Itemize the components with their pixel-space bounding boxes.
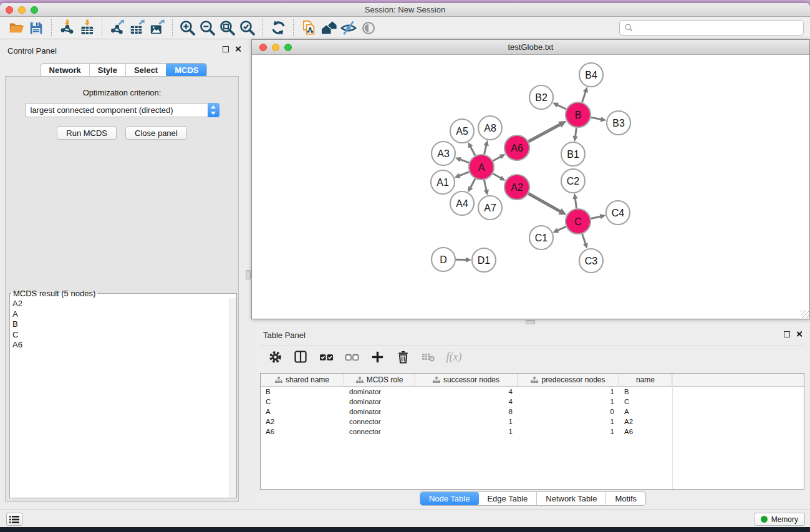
graph-node-C3[interactable]: C3 — [579, 249, 603, 273]
show-all-button[interactable] — [359, 19, 378, 37]
result-item[interactable]: A2 — [12, 299, 236, 309]
memory-button[interactable]: Memory — [754, 513, 805, 526]
graph-node-A1[interactable]: A1 — [431, 170, 455, 194]
table-row[interactable]: Adominator80A — [261, 407, 804, 417]
graph-node-A6[interactable]: A6 — [504, 135, 529, 160]
table-row[interactable]: Bdominator41B — [261, 387, 804, 397]
graph-node-B4[interactable]: B4 — [579, 63, 603, 87]
close-table-panel-icon[interactable] — [796, 331, 803, 337]
zoom-window-button[interactable] — [31, 6, 38, 14]
zoom-network-window-button[interactable] — [284, 44, 292, 51]
tab-mcds[interactable]: MCDS — [166, 63, 207, 77]
cell-successor-nodes[interactable]: 8 — [415, 407, 518, 417]
delete-table-button[interactable] — [420, 347, 437, 366]
graph-edge-A-A7[interactable] — [484, 180, 486, 191]
graph-node-B[interactable]: B — [566, 102, 591, 127]
refresh-button[interactable] — [268, 19, 288, 37]
cell-predecessor-nodes[interactable]: 1 — [518, 387, 619, 397]
result-scrollbar[interactable] — [229, 298, 236, 498]
run-mcds-button[interactable]: Run MCDS — [57, 126, 117, 140]
tab-node-table[interactable]: Node Table — [420, 491, 480, 506]
graph-node-B1[interactable]: B1 — [561, 142, 585, 166]
cell-successor-nodes[interactable]: 4 — [415, 397, 518, 407]
vertical-splitter-handle[interactable] — [246, 270, 251, 279]
close-window-button[interactable] — [6, 6, 13, 14]
export-image-button[interactable] — [147, 19, 167, 37]
float-table-panel-icon[interactable] — [784, 331, 790, 337]
close-network-window-button[interactable] — [259, 44, 267, 51]
graph-node-A4[interactable]: A4 — [450, 191, 474, 215]
graph-edge-B-B2[interactable] — [556, 105, 566, 109]
tab-network-table[interactable]: Network Table — [537, 492, 606, 505]
criterion-select[interactable]: largest connected component (directed) — [25, 103, 219, 117]
zoom-selected-button[interactable] — [238, 19, 258, 37]
cell-predecessor-nodes[interactable]: 1 — [518, 397, 619, 407]
cell-name[interactable]: B — [619, 387, 672, 397]
graph-edge-A-A6[interactable] — [493, 156, 501, 161]
graph-node-B3[interactable]: B3 — [607, 111, 630, 135]
import-table-button[interactable] — [77, 19, 97, 37]
cell-predecessor-nodes[interactable]: 0 — [518, 407, 619, 417]
cell-mcds-role[interactable]: dominator — [344, 397, 415, 407]
cell-successor-nodes[interactable]: 1 — [415, 417, 518, 427]
graph-edge-C-C4[interactable] — [591, 216, 602, 219]
horizontal-splitter-handle[interactable] — [526, 320, 535, 324]
result-item[interactable]: B — [12, 319, 236, 330]
graph-edge-A-A3[interactable] — [459, 159, 469, 163]
tab-select[interactable]: Select — [126, 64, 166, 77]
graph-edge-A-A4[interactable] — [470, 179, 475, 189]
graph-node-C4[interactable]: C4 — [606, 201, 630, 225]
zoom-out-button[interactable] — [198, 19, 218, 37]
add-column-button[interactable] — [369, 347, 386, 366]
graph-node-A5[interactable]: A5 — [450, 119, 474, 143]
graph-node-C1[interactable]: C1 — [529, 226, 553, 249]
save-session-button[interactable] — [26, 19, 46, 37]
graph-edge-B-B1[interactable] — [575, 128, 576, 137]
cell-successor-nodes[interactable]: 4 — [415, 387, 518, 397]
table-row[interactable]: A2connector11A2 — [261, 417, 804, 427]
tab-network[interactable]: Network — [41, 64, 90, 77]
cell-name[interactable]: A6 — [619, 427, 672, 437]
cell-mcds-role[interactable]: dominator — [344, 407, 415, 417]
table-settings-button[interactable] — [266, 347, 284, 366]
cell-mcds-role[interactable]: dominator — [344, 387, 415, 397]
result-item[interactable]: C — [12, 330, 236, 341]
result-item[interactable]: A6 — [12, 340, 236, 351]
zoom-fit-button[interactable] — [218, 19, 238, 37]
column-header-successor-nodes[interactable]: successor nodes — [415, 374, 518, 386]
minimize-network-window-button[interactable] — [272, 44, 279, 51]
float-panel-icon[interactable] — [223, 46, 229, 52]
cell-shared-name[interactable]: C — [261, 397, 344, 407]
close-panel-button[interactable]: Close panel — [125, 126, 187, 140]
cell-predecessor-nodes[interactable]: 1 — [518, 417, 619, 427]
tab-edge-table[interactable]: Edge Table — [478, 492, 537, 505]
select-all-checks-button[interactable] — [317, 347, 335, 366]
cell-mcds-role[interactable]: connector — [344, 427, 415, 437]
cell-shared-name[interactable]: A6 — [261, 427, 344, 437]
cell-mcds-role[interactable]: connector — [344, 417, 415, 427]
graph-node-D[interactable]: D — [432, 248, 455, 271]
graph-edge-A-A2[interactable] — [493, 173, 501, 178]
show-columns-button[interactable] — [292, 347, 309, 366]
cell-predecessor-nodes[interactable]: 1 — [518, 427, 619, 437]
graph-edge-C-C2[interactable] — [575, 198, 576, 208]
graph-node-A3[interactable]: A3 — [432, 142, 455, 165]
column-header-mcds-role[interactable]: MCDS role — [344, 374, 415, 386]
graph-node-A2[interactable]: A2 — [504, 175, 529, 200]
deselect-all-checks-button[interactable] — [343, 347, 360, 366]
table-row[interactable]: Cdominator41C — [261, 397, 804, 407]
graph-edge-C-C1[interactable] — [557, 226, 566, 231]
node-table[interactable]: shared nameMCDS rolesuccessor nodesprede… — [260, 373, 804, 490]
new-network-from-selection-button[interactable] — [299, 19, 319, 37]
column-header-shared-name[interactable]: shared name — [261, 374, 344, 386]
delete-column-button[interactable] — [394, 347, 412, 366]
search-input[interactable] — [637, 23, 799, 32]
column-header-predecessor-nodes[interactable]: predecessor nodes — [518, 374, 619, 386]
graph-node-A7[interactable]: A7 — [478, 196, 502, 220]
graph-node-B2[interactable]: B2 — [529, 85, 553, 109]
cell-name[interactable]: A2 — [619, 417, 672, 427]
cell-shared-name[interactable]: A — [261, 407, 344, 417]
hide-selected-button[interactable] — [339, 19, 359, 37]
export-network-button[interactable] — [107, 19, 127, 37]
function-builder-button[interactable]: f(x) — [445, 347, 463, 366]
